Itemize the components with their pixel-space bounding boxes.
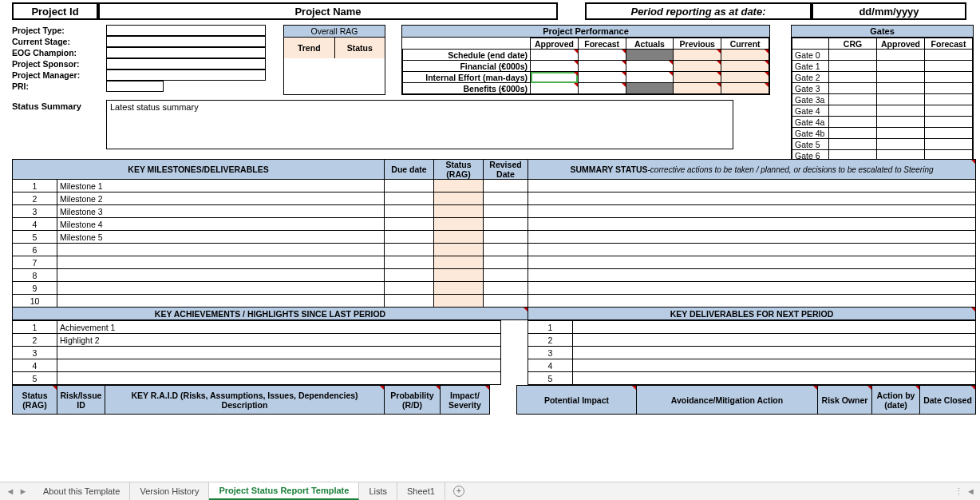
deliverables-header: KEY DELIVERABLES FOR NEXT PERIOD	[528, 308, 976, 320]
input-project-sponsor[interactable]	[106, 58, 266, 69]
tab-nav-next-icon[interactable]: ►	[18, 486, 29, 497]
gate-row[interactable]: Gate 5	[792, 139, 829, 150]
rag-trend[interactable]: Trend	[284, 38, 335, 58]
due-header: Due date	[385, 160, 434, 180]
label-project-sponsor: Project Sponsor:	[12, 59, 106, 69]
input-current-stage[interactable]	[106, 36, 266, 47]
label-eog-champion: EOG Champion:	[12, 48, 106, 58]
achievements-header: KEY ACHIEVEMENTS / HIGHLIGHTS SINCE LAST…	[13, 308, 528, 320]
milestone-cell[interactable]: Milestone 1	[57, 180, 385, 192]
input-project-type[interactable]	[106, 25, 266, 36]
raid-mitigation: Avoidance/Mitigation Action	[637, 386, 818, 415]
cell[interactable]	[578, 72, 626, 83]
gates-title: Gates	[792, 26, 973, 38]
row-num: 1	[13, 180, 57, 192]
header-project-id[interactable]: Project Id	[12, 2, 98, 20]
header-project-name[interactable]: Project Name	[98, 2, 558, 20]
milestones-header: KEY MILESTONES/DELIVERABLES	[13, 160, 385, 180]
raid-closed: Date Closed	[920, 386, 976, 415]
milestones-table: KEY MILESTONES/DELIVERABLES Due date Sta…	[12, 159, 976, 320]
perf-col-previous: Previous	[674, 38, 721, 50]
header-period-label[interactable]: Period reporting as at date:	[585, 2, 812, 20]
cell[interactable]	[578, 61, 626, 72]
label-current-stage: Current Stage:	[12, 37, 106, 46]
cell[interactable]	[626, 50, 674, 61]
gates-box: Gates CRG Approved Forecast Gate 0 Gate …	[791, 25, 974, 162]
raid-prob: Probability (R/D)	[385, 386, 441, 415]
tab-version-history[interactable]: Version History	[130, 482, 209, 500]
cell[interactable]	[674, 72, 721, 83]
cell[interactable]	[674, 61, 721, 72]
cell[interactable]	[721, 83, 769, 94]
raid-status: Status (RAG)	[13, 386, 57, 415]
cell[interactable]	[531, 61, 579, 72]
input-pri[interactable]	[106, 81, 164, 92]
tab-status-report-template[interactable]: Project Status Report Template	[209, 482, 359, 500]
gate-row[interactable]: Gate 3	[792, 83, 829, 94]
tab-sheet1[interactable]: Sheet1	[397, 482, 445, 500]
label-project-manager: Project Manager:	[12, 70, 106, 80]
gates-col-approved: Approved	[877, 38, 925, 50]
performance-box: Project Performance Approved Forecast Ac…	[401, 25, 770, 95]
cell[interactable]	[721, 72, 769, 83]
gates-col-forecast: Forecast	[925, 38, 973, 50]
tab-divider-icon[interactable]: ⋮	[954, 486, 963, 497]
tab-nav-prev-icon[interactable]: ◄	[5, 486, 16, 497]
input-project-manager[interactable]	[106, 69, 266, 81]
gate-row[interactable]: Gate 1	[792, 61, 829, 72]
raid-header-table: Status (RAG) Risk/Issue ID KEY R.A.I.D (…	[12, 385, 976, 415]
cell[interactable]	[531, 83, 579, 94]
perf-col-forecast: Forecast	[578, 38, 626, 50]
cell[interactable]	[674, 50, 721, 61]
revised-header: Revised Date	[484, 160, 528, 180]
gate-row[interactable]: Gate 3a	[792, 94, 829, 105]
raid-impact: Impact/ Severity	[441, 386, 490, 415]
summary-status-header: SUMMARY STATUS-corrective actions to be …	[528, 160, 976, 180]
worksheet: Project Id Project Name Period reporting…	[8, 0, 978, 415]
raid-id: Risk/Issue ID	[57, 386, 105, 415]
raid-actionby: Action by (date)	[872, 386, 920, 415]
raid-desc: KEY R.A.I.D (Risks, Assumptions, Issues,…	[105, 386, 385, 415]
cell[interactable]	[578, 83, 626, 94]
cell[interactable]	[721, 50, 769, 61]
plus-icon: +	[453, 486, 464, 497]
gates-col-blank	[792, 38, 829, 50]
header-date[interactable]: dd/mm/yyyy	[812, 2, 966, 20]
sheet-tab-bar: ◄ ► About this Template Version History …	[0, 482, 980, 500]
cell[interactable]	[531, 50, 579, 61]
perf-row-benefits: Benefits (€000s)	[403, 83, 531, 94]
add-sheet-button[interactable]: +	[445, 482, 472, 500]
perf-col-current: Current	[721, 38, 769, 50]
hscroll-left-icon[interactable]: ◄	[966, 486, 975, 496]
cell[interactable]	[626, 72, 674, 83]
overall-rag-box: Overall RAG Trend Status	[283, 25, 385, 95]
rag-status[interactable]: Status	[335, 38, 385, 58]
perf-col-actuals: Actuals	[626, 38, 674, 50]
label-pri: PRI:	[12, 81, 106, 91]
achievements-table: 1Achievement 11 2Highlight 22 33 44 55	[12, 320, 976, 385]
perf-row-financial: Financial (€000s)	[403, 61, 531, 72]
gate-row[interactable]: Gate 0	[792, 50, 829, 61]
cell[interactable]	[626, 61, 674, 72]
cell[interactable]	[578, 50, 626, 61]
input-eog-champion[interactable]	[106, 47, 266, 58]
cell[interactable]	[674, 83, 721, 94]
status-summary-label: Status Summary	[12, 100, 106, 149]
tab-lists[interactable]: Lists	[359, 482, 397, 500]
rag-title: Overall RAG	[284, 26, 385, 38]
gate-row[interactable]: Gate 4	[792, 105, 829, 117]
gate-row[interactable]: Gate 4a	[792, 117, 829, 128]
cell-selected[interactable]	[531, 72, 579, 83]
gates-col-crg: CRG	[829, 38, 877, 50]
perf-row-effort: Internal Effort (man-days)	[403, 72, 531, 83]
gate-row[interactable]: Gate 4b	[792, 128, 829, 139]
cell[interactable]	[626, 83, 674, 94]
label-project-type: Project Type:	[12, 26, 106, 35]
status-summary-box[interactable]: Latest status summary	[106, 100, 733, 149]
gate-row[interactable]: Gate 2	[792, 72, 829, 83]
perf-col-approved: Approved	[531, 38, 579, 50]
perf-row-schedule: Schedule (end date)	[403, 50, 531, 61]
performance-title: Project Performance	[402, 26, 769, 38]
cell[interactable]	[721, 61, 769, 72]
tab-about[interactable]: About this Template	[34, 482, 130, 500]
